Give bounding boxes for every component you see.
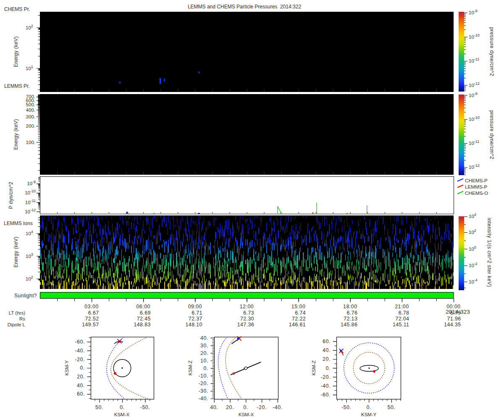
svg-text:0.: 0.: [244, 404, 248, 410]
svg-text:700.: 700.: [26, 94, 35, 99]
svg-text:pressure dyne/cm^2: pressure dyne/cm^2: [489, 110, 495, 160]
svg-text:KSM-X: KSM-X: [114, 412, 130, 417]
svg-text:147.36: 147.36: [237, 322, 254, 328]
svg-text:6.74: 6.74: [295, 310, 306, 316]
svg-text:50.: 50.: [95, 404, 103, 410]
svg-text:LEMMS Ions: LEMMS Ions: [4, 220, 33, 226]
svg-text:Energy (keV): Energy (keV): [13, 119, 19, 150]
svg-text:145.86: 145.86: [341, 322, 357, 328]
svg-text:2014-323: 2014-323: [446, 309, 470, 315]
svg-text:20.: 20.: [77, 374, 85, 380]
svg-text:40.: 40.: [323, 347, 331, 353]
svg-text:-40.: -40.: [75, 348, 85, 354]
svg-text:10.: 10.: [200, 358, 208, 364]
svg-text:intensity 1/(s cm^2 ster keV): intensity 1/(s cm^2 ster keV): [486, 218, 492, 287]
svg-text:KSM-Y: KSM-Y: [64, 360, 69, 375]
svg-text:146.61: 146.61: [289, 322, 306, 328]
svg-text:06:00: 06:00: [136, 304, 150, 310]
svg-text:145.11: 145.11: [393, 322, 409, 328]
svg-text:-40.: -40.: [273, 404, 283, 410]
svg-text:72.13: 72.13: [344, 316, 357, 322]
svg-text:400.: 400.: [26, 108, 35, 113]
svg-text:6.71: 6.71: [192, 310, 202, 316]
svg-text:-60.: -60.: [320, 392, 331, 398]
svg-text:-20.: -20.: [198, 381, 208, 386]
svg-text:-10.: -10.: [198, 373, 208, 379]
svg-text:21:00: 21:00: [395, 304, 409, 310]
svg-text:100.: 100.: [26, 140, 35, 145]
svg-text:60.: 60.: [77, 391, 85, 397]
svg-text:30.: 30.: [200, 343, 208, 349]
svg-text:6.69: 6.69: [140, 310, 151, 316]
svg-text:6.67: 6.67: [88, 310, 99, 316]
svg-text:CHEMS-P: CHEMS-P: [465, 178, 488, 183]
svg-text:pressure dyne/cm^2: pressure dyne/cm^2: [489, 27, 495, 76]
svg-text:-20.: -20.: [75, 357, 85, 362]
svg-text:Sunlight?: Sunlight?: [14, 293, 37, 299]
svg-text:144.35: 144.35: [444, 322, 461, 328]
svg-text:148.83: 148.83: [134, 322, 150, 328]
svg-text:0.: 0.: [120, 404, 124, 410]
svg-text:0.: 0.: [366, 404, 371, 410]
svg-text:CHEMS Pr.: CHEMS Pr.: [4, 6, 30, 12]
svg-text:12:00: 12:00: [240, 304, 254, 310]
svg-text:40.: 40.: [200, 335, 208, 341]
svg-text:LEMMS and CHEMS Particle Press: LEMMS and CHEMS Particle Pressures 2014:…: [188, 4, 301, 10]
svg-text:71.96: 71.96: [447, 316, 461, 322]
svg-text:-60.: -60.: [75, 339, 85, 345]
svg-text:-50.: -50.: [140, 404, 150, 410]
svg-text:Energy (keV): Energy (keV): [13, 236, 19, 268]
svg-text:KSM-Y: KSM-Y: [361, 412, 377, 417]
svg-text:Dipole L: Dipole L: [8, 322, 26, 327]
svg-text:18:00: 18:00: [343, 304, 357, 310]
svg-text:6.76: 6.76: [346, 310, 357, 316]
svg-text:72.30: 72.30: [240, 316, 254, 322]
svg-text:72.22: 72.22: [292, 316, 306, 322]
svg-text:72.52: 72.52: [85, 316, 99, 322]
svg-text:72.37: 72.37: [189, 316, 202, 322]
svg-text:-20.: -20.: [320, 374, 331, 380]
svg-text:20.: 20.: [200, 350, 208, 356]
svg-text:20.: 20.: [323, 356, 331, 362]
svg-text:03:00: 03:00: [84, 304, 99, 310]
svg-text:0.: 0.: [204, 365, 208, 371]
svg-text:60.: 60.: [323, 339, 331, 344]
svg-text:300.: 300.: [26, 114, 35, 119]
svg-text:-20.: -20.: [257, 404, 267, 410]
svg-text:6.78: 6.78: [399, 310, 410, 316]
svg-text:KSM-Z: KSM-Z: [188, 360, 193, 375]
svg-text:P dyn/cm^2: P dyn/cm^2: [8, 181, 14, 209]
svg-text:Energy (keV): Energy (keV): [13, 36, 19, 67]
svg-text:09:00: 09:00: [188, 304, 202, 310]
svg-text:50.: 50.: [387, 404, 395, 410]
svg-text:-30.: -30.: [198, 388, 208, 394]
svg-text:15:00: 15:00: [291, 304, 306, 310]
svg-text:40.: 40.: [210, 404, 218, 410]
svg-text:-40.: -40.: [320, 383, 331, 389]
svg-text:LEMMS-P: LEMMS-P: [465, 184, 487, 189]
svg-text:72.04: 72.04: [395, 316, 409, 322]
svg-text:-50.: -50.: [341, 404, 352, 410]
svg-text:148.10: 148.10: [186, 322, 202, 328]
svg-text:72.45: 72.45: [137, 316, 151, 322]
svg-text:0.: 0.: [80, 365, 85, 371]
svg-text:-40.: -40.: [198, 396, 208, 402]
svg-text:40.: 40.: [77, 383, 85, 388]
svg-text:LEMMS Pr.: LEMMS Pr.: [4, 83, 30, 89]
svg-text:LT (hrs): LT (hrs): [9, 310, 25, 315]
svg-text:CHEMS-O: CHEMS-O: [465, 190, 488, 196]
svg-text:200.: 200.: [26, 123, 35, 129]
svg-text:20.: 20.: [226, 404, 234, 410]
svg-text:149.57: 149.57: [82, 322, 99, 328]
svg-text:0.: 0.: [326, 365, 331, 371]
svg-text:KSM-Z: KSM-Z: [311, 360, 316, 375]
svg-text:Rs: Rs: [19, 316, 25, 321]
svg-text:KSM-X: KSM-X: [239, 412, 254, 417]
svg-text:6.73: 6.73: [243, 310, 254, 316]
